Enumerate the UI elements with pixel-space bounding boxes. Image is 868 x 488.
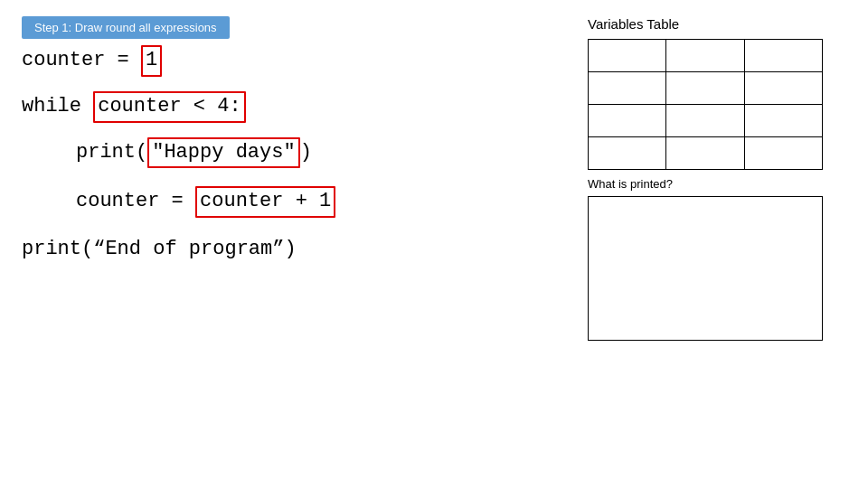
code-line-5: print(“End of program”) <box>22 236 438 264</box>
variables-section: Variables Table <box>588 16 841 341</box>
code-area: counter = 1 while counter < 4: print("Ha… <box>22 45 438 269</box>
code-line-4: counter = counter + 1 <box>22 186 438 218</box>
output-box <box>588 196 823 341</box>
table-cell <box>589 72 666 105</box>
variables-table <box>588 39 823 170</box>
expr-box-2: counter < 4: <box>93 91 245 123</box>
code-line-1: counter = 1 <box>22 45 438 77</box>
table-row <box>589 105 823 137</box>
table-cell <box>589 105 666 137</box>
table-cell <box>666 72 744 105</box>
table-cell <box>589 40 666 72</box>
code-text: counter = <box>22 49 141 71</box>
table-row <box>589 72 823 105</box>
variables-title: Variables Table <box>588 16 841 32</box>
expr-box-1: 1 <box>141 45 162 77</box>
counter-assign: counter = <box>76 190 195 212</box>
code-line-3: print("Happy days") <box>22 137 438 169</box>
page: Step 1: Draw round all expressions count… <box>0 0 868 488</box>
close-paren: ) <box>300 141 312 164</box>
table-cell <box>666 137 744 170</box>
table-cell <box>666 105 744 137</box>
table-cell <box>744 72 822 105</box>
table-row <box>589 137 823 170</box>
step-label: Step 1: Draw round all expressions <box>22 16 230 39</box>
expr-box-4: counter + 1 <box>195 186 335 218</box>
printed-label: What is printed? <box>588 177 841 191</box>
code-line-2: while counter < 4: <box>22 91 438 123</box>
print-text: print( <box>76 141 147 164</box>
table-cell <box>744 137 822 170</box>
expr-box-3: "Happy days" <box>147 137 299 169</box>
print-end: print(“End of program”) <box>22 238 297 260</box>
table-cell <box>666 40 744 72</box>
table-cell <box>744 40 822 72</box>
table-cell <box>744 105 822 137</box>
while-keyword: while <box>22 95 93 117</box>
table-cell <box>589 137 666 170</box>
table-row <box>589 40 823 72</box>
